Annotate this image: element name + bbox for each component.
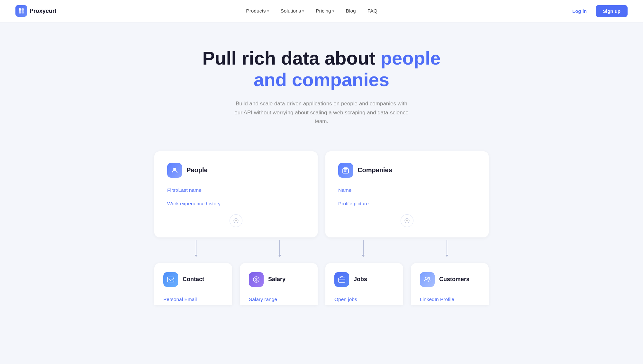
svg-point-4 <box>173 168 176 170</box>
people-work-history: Work experience history <box>167 201 305 207</box>
logo-icon <box>15 5 27 17</box>
arrow-jobs <box>322 237 405 263</box>
signup-button[interactable]: Sign up <box>596 5 628 17</box>
nav-item-products[interactable]: Products ▾ <box>241 5 274 16</box>
svg-point-5 <box>234 218 238 223</box>
connector-row <box>154 237 489 263</box>
customers-icon <box>420 272 435 287</box>
contact-personal-email: Personal Email <box>163 297 223 302</box>
svg-rect-12 <box>168 277 174 282</box>
logo-text: Proxycurl <box>30 8 56 14</box>
svg-point-11 <box>405 218 409 223</box>
nav-item-pricing[interactable]: Pricing ▾ <box>311 5 339 16</box>
svg-point-16 <box>425 277 428 279</box>
arrow-line <box>196 240 196 255</box>
bottom-cards: Contact Personal Email Salary Salary ran… <box>154 263 489 305</box>
contact-card-title: Contact <box>183 276 204 283</box>
people-card-header: People <box>167 163 305 178</box>
jobs-card-header: Jobs <box>334 272 394 287</box>
customers-card-title: Customers <box>439 276 469 283</box>
chevron-down-icon: ▾ <box>332 9 334 13</box>
jobs-card: Jobs Open jobs <box>325 263 403 305</box>
arrow-salary <box>238 237 322 263</box>
navigation: Proxycurl Products ▾ Solutions ▾ Pricing… <box>0 0 643 22</box>
svg-rect-1 <box>22 8 24 11</box>
nav-link-pricing[interactable]: Pricing ▾ <box>311 5 339 16</box>
contact-card: Contact Personal Email <box>154 263 232 305</box>
svg-rect-2 <box>19 11 21 13</box>
nav-item-solutions[interactable]: Solutions ▾ <box>276 5 310 16</box>
arrow-line <box>447 240 447 255</box>
salary-card-title: Salary <box>268 276 285 283</box>
arrow-head <box>195 255 198 257</box>
login-button[interactable]: Log in <box>567 6 592 16</box>
svg-rect-14 <box>339 278 345 282</box>
svg-point-17 <box>428 277 430 279</box>
chevron-down-icon: ▾ <box>302 9 304 13</box>
nav-item-faq[interactable]: FAQ <box>362 5 383 16</box>
arrow-contact <box>154 237 238 263</box>
chevron-down-icon: ▾ <box>267 9 269 13</box>
arrow-line <box>363 240 364 255</box>
arrow-head <box>362 255 365 257</box>
jobs-open-jobs: Open jobs <box>334 297 394 302</box>
people-expand-button[interactable] <box>230 214 242 227</box>
svg-rect-7 <box>344 167 347 169</box>
contact-card-header: Contact <box>163 272 223 287</box>
arrow-head <box>278 255 281 257</box>
people-first-last: First/Last name <box>167 187 305 193</box>
salary-icon <box>249 272 264 287</box>
companies-name: Name <box>338 187 476 193</box>
svg-rect-0 <box>19 8 21 11</box>
nav-item-blog[interactable]: Blog <box>341 5 361 16</box>
nav-links: Products ▾ Solutions ▾ Pricing ▾ Blog FA… <box>241 5 382 16</box>
hero-section: Pull rich data about people and companie… <box>0 22 643 145</box>
companies-card-header: Companies <box>338 163 476 178</box>
nav-actions: Log in Sign up <box>567 5 628 17</box>
customers-linkedin-profile: LinkedIn Profile <box>420 297 480 302</box>
salary-card-header: Salary <box>249 272 309 287</box>
arrow-line <box>279 240 280 255</box>
salary-card: Salary Salary range <box>240 263 318 305</box>
people-card: People First/Last name Work experience h… <box>154 151 318 237</box>
jobs-icon <box>334 272 349 287</box>
arrow-head <box>445 255 448 257</box>
contact-icon <box>163 272 178 287</box>
companies-profile-picture: Profile picture <box>338 201 476 207</box>
jobs-card-title: Jobs <box>354 276 367 283</box>
people-icon <box>167 163 182 178</box>
people-card-title: People <box>186 166 208 174</box>
nav-link-blog[interactable]: Blog <box>341 5 361 16</box>
companies-icon <box>338 163 353 178</box>
companies-card: Companies Name Profile picture <box>325 151 489 237</box>
customers-card-header: Customers <box>420 272 480 287</box>
logo[interactable]: Proxycurl <box>15 5 56 17</box>
hero-headline: Pull rich data about people and companie… <box>193 48 450 90</box>
svg-rect-3 <box>22 11 24 13</box>
salary-range: Salary range <box>249 297 309 302</box>
hero-subtext: Build and scale data-driven applications… <box>231 99 412 126</box>
nav-link-products[interactable]: Products ▾ <box>241 5 274 16</box>
companies-expand-button[interactable] <box>401 214 413 227</box>
customers-card: Customers LinkedIn Profile <box>411 263 489 305</box>
nav-link-solutions[interactable]: Solutions ▾ <box>276 5 310 16</box>
nav-link-faq[interactable]: FAQ <box>362 5 383 16</box>
cards-section: People First/Last name Work experience h… <box>129 145 514 305</box>
top-cards: People First/Last name Work experience h… <box>154 151 489 237</box>
companies-card-title: Companies <box>358 166 392 174</box>
arrow-customers <box>405 237 489 263</box>
